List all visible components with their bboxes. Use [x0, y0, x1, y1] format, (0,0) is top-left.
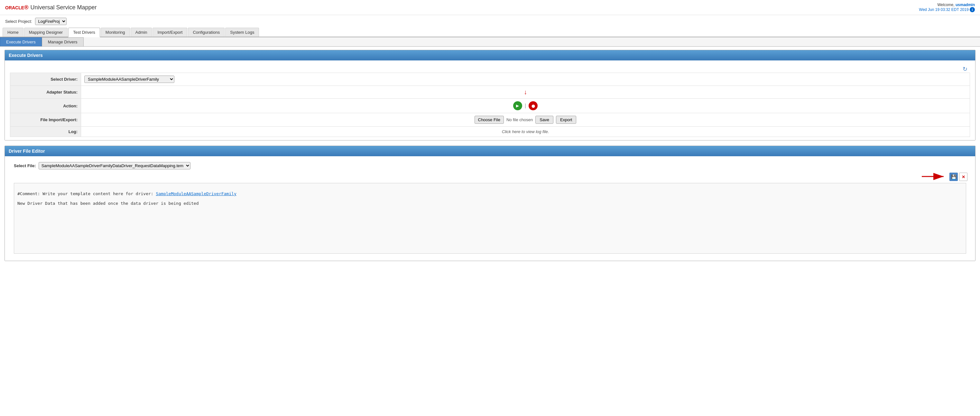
tab-test-drivers[interactable]: Test Drivers [68, 28, 100, 37]
action-separator: | [525, 103, 526, 109]
app-title: Universal Service Mapper [30, 4, 97, 11]
file-import-export-value-cell: Choose File No file chosen Save Export [81, 113, 970, 127]
nav-tabs: Home Mapping Designer Test Drivers Monit… [0, 28, 980, 37]
select-driver-value-cell: SampleModuleAASampleDriverFamily [81, 73, 970, 86]
select-driver-label-cell: Select Driver: [10, 73, 81, 86]
tab-system-logs[interactable]: System Logs [225, 28, 259, 37]
header-left: ORACLE® Universal Service Mapper [5, 4, 97, 11]
log-label-cell: Log: [10, 127, 81, 137]
driver-file-editor-body: Select File: SampleModuleAASampleDriverF… [5, 156, 975, 261]
project-select[interactable]: LogFireProj [35, 17, 67, 25]
select-file-label: Select File: [14, 163, 36, 168]
sub-tab-execute-drivers[interactable]: Execute Drivers [0, 37, 42, 46]
red-arrow-indicator [922, 170, 948, 184]
editor-comment-line: #Comment: Write your template content he… [18, 191, 237, 196]
action-label-cell: Action: [10, 99, 81, 113]
header: ORACLE® Universal Service Mapper Welcome… [0, 0, 980, 15]
log-link[interactable]: Click here to view log file. [84, 129, 966, 134]
info-icon[interactable]: i [970, 7, 975, 12]
execute-drivers-panel: Execute Drivers ↻ Select Driver: SampleM… [5, 50, 975, 140]
username: usmadmin [956, 3, 975, 7]
sub-tabs: Execute Drivers Manage Drivers [0, 37, 980, 47]
tab-import-export[interactable]: Import/Export [153, 28, 187, 37]
sub-tab-manage-drivers[interactable]: Manage Drivers [42, 37, 84, 46]
editor-content[interactable]: #Comment: Write your template content he… [14, 183, 966, 254]
driver-select[interactable]: SampleModuleAASampleDriverFamily [84, 76, 174, 83]
project-bar: Select Project: LogFireProj [0, 15, 980, 28]
file-area: Choose File No file chosen Save Export [84, 116, 966, 124]
tab-mapping-designer[interactable]: Mapping Designer [24, 28, 68, 37]
datetime-row: Wed Jun 19 03:32 EDT 2019 i [919, 7, 975, 12]
panel-top-right: ↻ [10, 64, 970, 73]
execute-drivers-body: ↻ Select Driver: SampleModuleAASampleDri… [5, 60, 975, 140]
file-select-dropdown[interactable]: SampleModuleAASampleDriverFamilyDataDriv… [38, 162, 191, 170]
log-value-cell: Click here to view log file. [81, 127, 970, 137]
table-row-adapter-status: Adapter Status: ↓ [10, 86, 970, 99]
tab-configurations[interactable]: Configurations [188, 28, 224, 37]
adapter-status-value-cell: ↓ [81, 86, 970, 99]
action-buttons-cell: | [81, 99, 970, 113]
editor-toolbar: 💾 ✕ [10, 173, 970, 183]
save-disk-icon: 💾 [951, 174, 956, 179]
status-down-arrow-icon: ↓ [84, 88, 966, 96]
refresh-icon[interactable]: ↻ [963, 65, 967, 73]
adapter-status-label-cell: Adapter Status: [10, 86, 81, 99]
export-button[interactable]: Export [556, 116, 576, 124]
tab-home[interactable]: Home [3, 28, 24, 37]
table-row-log: Log: Click here to view log file. [10, 127, 970, 137]
tab-admin[interactable]: Admin [130, 28, 152, 37]
driver-file-editor-header: Driver File Editor [5, 146, 975, 156]
main-content: Execute Drivers ↻ Select Driver: SampleM… [0, 47, 980, 269]
file-import-export-label-cell: File Import/Export: [10, 113, 81, 127]
welcome-text: Welcome, usmadmin [919, 3, 975, 7]
driver-file-editor-panel: Driver File Editor Select File: SampleMo… [5, 146, 975, 261]
header-right: Welcome, usmadmin Wed Jun 19 03:32 EDT 2… [919, 3, 975, 12]
select-project-label: Select Project: [5, 19, 32, 24]
editor-body: #Comment: Write your template content he… [10, 183, 970, 257]
table-row-action: Action: | [10, 99, 970, 113]
datetime: Wed Jun 19 03:32 EDT 2019 [919, 7, 969, 12]
execute-drivers-table: Select Driver: SampleModuleAASampleDrive… [10, 73, 970, 137]
choose-file-button[interactable]: Choose File [474, 116, 504, 124]
editor-line3: New Driver Data that has been added once… [18, 201, 199, 206]
table-row-file-import-export: File Import/Export: Choose File No file … [10, 113, 970, 127]
oracle-logo: ORACLE® [5, 4, 28, 11]
tab-monitoring[interactable]: Monitoring [101, 28, 130, 37]
table-row-select-driver: Select Driver: SampleModuleAASampleDrive… [10, 73, 970, 86]
save-button[interactable]: Save [535, 116, 554, 124]
cancel-x-icon: ✕ [962, 175, 965, 179]
action-area: | [84, 101, 966, 110]
no-file-text: No file chosen [506, 117, 533, 122]
execute-drivers-header: Execute Drivers [5, 50, 975, 60]
oracle-text: ORACLE [5, 5, 24, 10]
editor-save-button[interactable]: 💾 [950, 173, 958, 181]
editor-cancel-button[interactable]: ✕ [959, 173, 967, 181]
driver-link[interactable]: SampleModuleAASampleDriverFamily [156, 191, 236, 196]
run-button[interactable] [513, 101, 522, 110]
stop-button[interactable] [528, 101, 538, 110]
select-file-row: Select File: SampleModuleAASampleDriverF… [10, 159, 970, 170]
